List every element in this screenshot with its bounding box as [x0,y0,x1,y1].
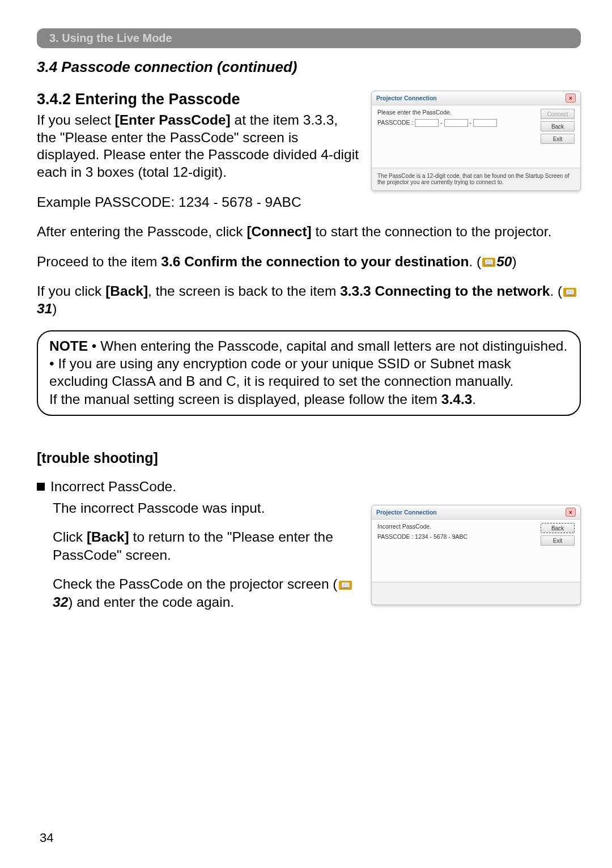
incorrect-passcode-bullet: Incorrect PassCode. [37,479,581,495]
troubleshooting-heading: [trouble shooting] [37,450,581,466]
incorrect-passcode-dialog: Projector Connection × Incorrect PassCod… [371,505,581,605]
book-icon: 📖 [482,258,495,267]
text: Proceed to the item [37,254,161,269]
passcode-input-2[interactable] [444,119,468,127]
section-title: 3.4 Passcode connection (continued) [37,58,581,76]
dialog-footer: The PassCode is a 12-digit code, that ca… [372,168,580,190]
subheading: 3.4.2 Entering the Passcode [37,91,360,108]
bold-text: [Connect] [246,224,311,239]
text: If you select [37,112,115,127]
passcode-input-3[interactable] [473,119,497,127]
book-icon: 📖 [563,288,576,297]
book-icon: 📖 [339,581,352,590]
dialog-title-text: Projector Connection [376,95,437,101]
example-passcode: Example PASSCODE: 1234 - 5678 - 9ABC [37,194,360,211]
page-ref: 31 [37,301,52,316]
text: Click [53,529,87,544]
text: ) [512,254,516,269]
chapter-bar-text: 3. Using the Live Mode [49,32,172,44]
connect-button[interactable]: Connect [541,109,575,119]
bullet-text: Incorrect PassCode. [50,479,176,495]
text: . [472,392,476,407]
ts-paragraph-1: The incorrect Passcode was input. [53,499,360,517]
note-line-1: • When entering the Passcode, capital an… [88,338,567,354]
page-ref: 50 [496,254,512,269]
close-icon[interactable]: × [566,93,576,103]
dialog-message: Incorrect PassCode. [377,523,535,530]
page-number: 34 [40,831,53,845]
dialog-footer [372,582,580,605]
text: to start the connection to the projector… [312,224,552,239]
bold-text: [Back] [87,529,129,544]
ts-paragraph-3: Check the PassCode on the projector scre… [53,575,360,611]
back-button[interactable]: Back [541,523,575,533]
passcode-input-1[interactable] [415,119,439,127]
text: ) and enter the code again. [68,594,234,610]
note-line-3-bold: 3.4.3 [441,392,473,407]
text: . ( [550,283,562,299]
page-ref: 32 [53,594,68,610]
note-box: NOTE • When entering the Passcode, capit… [37,330,581,416]
dialog-message: Please enter the PassCode. [377,109,535,116]
exit-button[interactable]: Exit [541,134,575,144]
chapter-bar: 3. Using the Live Mode [37,28,581,48]
note-line-3: If the manual setting screen is displaye… [49,392,441,407]
back-button[interactable]: Back [541,121,575,131]
text: ) [52,301,57,316]
close-icon[interactable]: × [566,508,576,517]
proceed-paragraph: Proceed to the item 3.6 Confirm the conn… [37,253,581,271]
back-paragraph: If you click [Back], the screen is back … [37,283,581,317]
text: After entering the Passcode, click [37,224,246,239]
dialog-titlebar: Projector Connection × [372,505,580,520]
text: Check the PassCode on the projector scre… [53,576,338,592]
bold-text: 3.3.3 Connecting to the network [340,283,550,299]
square-bullet-icon [37,483,45,491]
text: If you click [37,283,105,299]
bold-text: 3.6 Confirm the connection to your desti… [161,254,469,269]
bold-text: [Enter PassCode] [115,112,231,127]
ts-paragraph-2: Click [Back] to return to the "Please en… [53,528,360,564]
passcode-label: PASSCODE : [377,119,413,126]
enter-passcode-dialog: Projector Connection × Please enter the … [371,91,581,191]
dialog-title-text: Projector Connection [376,509,437,516]
passcode-value: PASSCODE : 1234 - 5678 - 9ABC [377,533,535,540]
text: , the screen is back to the item [148,283,340,299]
passcode-row: PASSCODE : - - [377,119,535,127]
note-label: NOTE [49,338,88,354]
exit-button[interactable]: Exit [541,535,575,546]
note-line-2: • If you are using any encryption code o… [49,356,513,389]
dialog-titlebar: Projector Connection × [372,91,580,105]
after-paragraph: After entering the Passcode, click [Conn… [37,223,581,241]
text: . ( [469,254,481,269]
intro-paragraph: If you select [Enter PassCode] at the it… [37,112,360,181]
bold-text: [Back] [105,283,148,299]
